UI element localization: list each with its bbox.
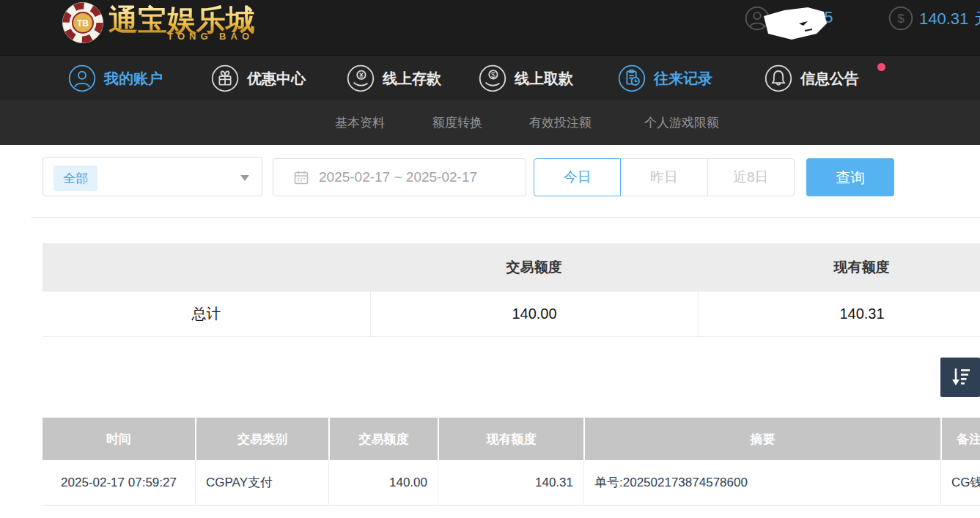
- summary-table-row: 总计 140.00 140.31: [43, 292, 980, 337]
- nav-item-my-account[interactable]: 我的账户: [68, 56, 163, 101]
- tx-summary: 单号:202502173874578600: [583, 460, 940, 505]
- type-dropdown[interactable]: 全部: [43, 157, 262, 196]
- nav-label: 线上取款: [515, 69, 573, 89]
- sub-nav: 基本资料 额度转换 有效投注额 个人游戏限额: [0, 100, 980, 145]
- nav-item-announcements[interactable]: 信息公告: [765, 56, 859, 101]
- dollar-balance-icon: $: [888, 6, 913, 31]
- tx-remark: CG钱包: [940, 460, 980, 505]
- subnav-item-valid-bets[interactable]: 有效投注额: [529, 100, 592, 145]
- records-icon: [618, 64, 646, 92]
- tx-type: CGPAY支付: [195, 460, 328, 505]
- nav-label: 线上存款: [383, 69, 441, 89]
- tx-time: 2025-02-17 07:59:27: [43, 460, 195, 505]
- nav-item-online-deposit[interactable]: 线上存款: [347, 56, 441, 101]
- summary-col-current-balance: 现有额度: [698, 243, 980, 292]
- withdraw-icon: $: [479, 64, 506, 92]
- nav-label: 我的账户: [104, 69, 163, 89]
- summary-col-transaction-amount: 交易额度: [370, 243, 698, 292]
- chip-text: TB: [77, 18, 89, 29]
- summary-table-header: 交易额度 现有额度: [43, 243, 980, 292]
- tx-current-balance: 140.31: [438, 460, 583, 505]
- balance-amount: 140.31元: [919, 8, 980, 30]
- site-subtitle: TONG BAO: [108, 31, 255, 42]
- tx-col-current-balance: 现有额度: [438, 418, 583, 460]
- tx-col-remark: 备注: [940, 418, 980, 460]
- subnav-item-basic-info[interactable]: 基本资料: [335, 100, 385, 145]
- chevron-down-icon: [240, 175, 249, 181]
- transactions-table-header: 时间 交易类别 交易额度 现有额度 摘要 备注: [43, 418, 980, 460]
- balance-unit: 元: [974, 10, 980, 28]
- top-bar: TB 通宝娱乐城 TONG BAO 25 $ 140.: [0, 0, 980, 55]
- sort-descending-icon: [948, 366, 972, 389]
- transactions-table: 时间 交易类别 交易额度 现有额度 摘要 备注 2025-02-17 07:59…: [43, 418, 980, 506]
- nav-item-online-withdrawal[interactable]: $ 线上取款: [479, 56, 573, 101]
- notification-dot: [877, 63, 885, 71]
- page: TB 通宝娱乐城 TONG BAO 25 $ 140.: [0, 0, 980, 518]
- poker-chip-logo-icon: TB: [62, 1, 104, 44]
- query-button[interactable]: 查询: [806, 158, 894, 196]
- sort-descending-button[interactable]: [940, 358, 980, 397]
- summary-total-label: 总计: [43, 292, 370, 336]
- svg-text:$: $: [491, 71, 495, 79]
- subnav-item-credit-transfer[interactable]: 额度转换: [432, 100, 482, 145]
- user-icon: [68, 64, 96, 92]
- tx-col-summary: 摘要: [583, 418, 940, 460]
- nav-label: 信息公告: [800, 69, 859, 89]
- nav-item-promotions[interactable]: 优惠中心: [211, 56, 306, 101]
- summary-col-empty: [43, 243, 370, 292]
- transactions-table-row: 2025-02-17 07:59:27 CGPAY支付 140.00 140.3…: [43, 460, 980, 506]
- tx-col-transaction-amount: 交易额度: [328, 418, 438, 460]
- deposit-icon: [347, 64, 375, 92]
- quick-range-group: 今日 昨日 近8日: [534, 158, 795, 196]
- svg-text:$: $: [897, 12, 905, 26]
- tx-col-time: 时间: [43, 418, 195, 460]
- bell-icon: [765, 64, 792, 92]
- quick-range-today[interactable]: 今日: [534, 158, 621, 196]
- nav-label: 往来记录: [654, 69, 712, 89]
- site-logo[interactable]: TB 通宝娱乐城 TONG BAO: [62, 1, 255, 44]
- summary-current-balance: 140.31: [698, 292, 980, 336]
- divider: [31, 217, 980, 218]
- date-range-input[interactable]: 2025-02-17 ~ 2025-02-17: [273, 158, 526, 196]
- gift-icon: [211, 64, 239, 92]
- quick-range-last8days[interactable]: 近8日: [707, 158, 795, 196]
- username-redaction-scribble: [762, 6, 833, 44]
- summary-table: 交易额度 现有额度 总计 140.00 140.31: [43, 243, 980, 337]
- quick-range-yesterday[interactable]: 昨日: [620, 158, 707, 196]
- calendar-icon: [293, 169, 309, 185]
- type-dropdown-selected: 全部: [54, 166, 97, 191]
- tx-col-type: 交易类别: [195, 418, 328, 460]
- main-nav: 我的账户 优惠中心 线上存款 $ 线上取款: [0, 55, 980, 100]
- tx-transaction-amount: 140.00: [328, 460, 438, 505]
- date-range-value: 2025-02-17 ~ 2025-02-17: [319, 169, 477, 185]
- subnav-item-game-limits[interactable]: 个人游戏限额: [644, 100, 719, 145]
- nav-item-transaction-records[interactable]: 往来记录: [618, 56, 712, 101]
- summary-transaction-amount: 140.00: [370, 292, 698, 336]
- nav-label: 优惠中心: [247, 69, 306, 89]
